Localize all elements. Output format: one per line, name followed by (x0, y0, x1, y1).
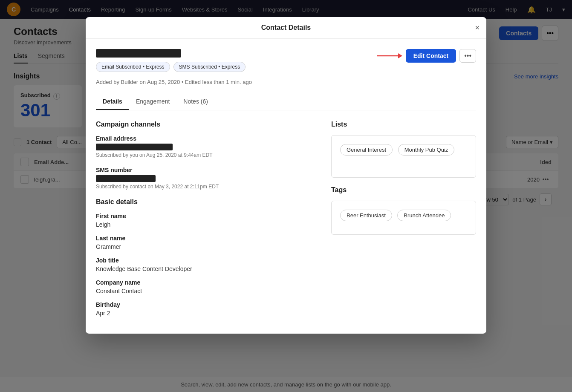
contact-badges: Email Subscribed • Express SMS Subscribe… (96, 62, 377, 72)
sms-subscribed-info: Subscribed by contact on May 3, 2022 at … (96, 184, 314, 190)
company-name-label: Company name (96, 279, 314, 286)
svg-marker-1 (398, 53, 402, 58)
job-title-label: Job title (96, 257, 314, 264)
email-address-redacted (96, 144, 173, 150)
birthday-label: Birthday (96, 301, 314, 308)
sms-number-redacted (96, 175, 156, 182)
lists-box: General Interest Monthly Pub Quiz (331, 135, 476, 178)
sms-number-label: SMS number (96, 167, 314, 173)
contact-meta: Added by Builder on Aug 25, 2020 • Edite… (96, 79, 476, 85)
modal-title: Contact Details (261, 24, 311, 32)
email-badge: Email Subscribed • Express (96, 62, 170, 72)
tab-notes[interactable]: Notes (6) (176, 94, 215, 110)
campaign-channels-title: Campaign channels (96, 121, 314, 128)
modal-close-button[interactable]: × (475, 23, 480, 32)
basic-details-title: Basic details (96, 198, 314, 206)
job-title-value: Knowledge Base Content Developer (96, 265, 314, 272)
tab-engagement[interactable]: Engagement (129, 94, 176, 110)
modal-tabs: Details Engagement Notes (6) (96, 94, 476, 110)
list-tag-general-interest[interactable]: General Interest (340, 144, 393, 156)
last-name-label: Last name (96, 235, 314, 242)
tag-beer-enthusiast[interactable]: Beer Enthusiast (340, 210, 392, 221)
tags-box: Beer Enthusiast Brunch Attendee (331, 201, 476, 235)
birthday-value: Apr 2 (96, 310, 314, 317)
contact-name-redacted (96, 49, 181, 58)
tag-brunch-attendee[interactable]: Brunch Attendee (397, 210, 451, 221)
tags-title: Tags (331, 186, 476, 194)
tab-details[interactable]: Details (96, 94, 129, 110)
email-address-label: Email address (96, 135, 314, 142)
contact-more-button[interactable]: ••• (459, 49, 476, 63)
lists-title: Lists (331, 121, 476, 128)
company-name-value: Constant Contact (96, 288, 314, 294)
contact-details-modal: Contact Details × Email Subscribed • Exp… (86, 17, 486, 334)
red-arrow-annotation (377, 51, 402, 61)
first-name-label: First name (96, 213, 314, 219)
modal-header: Contact Details × (86, 17, 486, 39)
list-tag-monthly-pub-quiz[interactable]: Monthly Pub Quiz (398, 144, 455, 156)
last-name-value: Grammer (96, 243, 314, 250)
edit-contact-button[interactable]: Edit Contact (406, 49, 456, 63)
email-subscribed-info: Subscribed by you on Aug 25, 2020 at 9:4… (96, 152, 314, 158)
modal-overlay: Contact Details × Email Subscribed • Exp… (0, 0, 572, 392)
first-name-value: Leigh (96, 221, 314, 228)
sms-badge: SMS Subscribed • Express (173, 62, 246, 72)
